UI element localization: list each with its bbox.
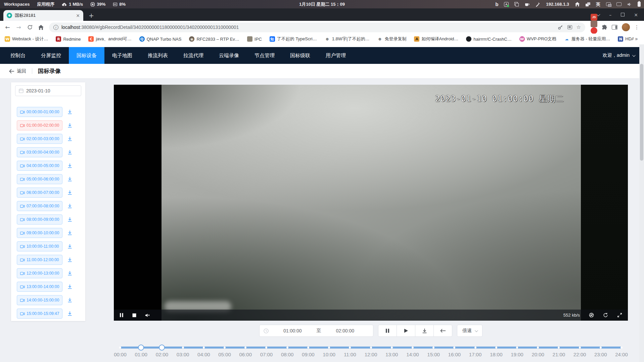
recording-segment-button[interactable]: 02:00:00-03:00:00	[17, 134, 62, 144]
clock[interactable]: 1月10日 星期二 15：09	[299, 1, 345, 7]
recording-segment-button[interactable]: 03:00:00-04:00:00	[17, 147, 62, 157]
input-method-icon[interactable]: A	[504, 2, 509, 7]
ip-address[interactable]: 192.168.1.3	[546, 2, 569, 7]
applications-menu[interactable]: 应用程序	[37, 1, 54, 7]
timeline-handle[interactable]	[138, 345, 144, 351]
user-menu[interactable]: 欢迎，admin	[603, 52, 644, 58]
nav-tab[interactable]: 云端录像	[211, 47, 247, 64]
recording-segment-button[interactable]: 14:00:00-15:00:00	[17, 295, 62, 305]
bookmark-item[interactable]: R Redmine	[56, 36, 81, 42]
download-segment-button[interactable]	[67, 136, 73, 142]
download-segment-button[interactable]	[67, 176, 73, 182]
bookmarks-overflow-icon[interactable]: »	[634, 36, 639, 42]
download-segment-button[interactable]	[67, 244, 73, 249]
bookmark-item[interactable]: W WVP-PRO文档	[519, 36, 556, 42]
end-time-value[interactable]: 02:00:00	[321, 328, 369, 333]
extension-icon[interactable]	[591, 27, 597, 34]
extensions-puzzle-icon[interactable]	[602, 25, 607, 30]
nav-tab[interactable]: 国标设备	[69, 47, 104, 64]
recording-segment-button[interactable]: 13:00:00-14:00:00	[17, 282, 62, 292]
browser-scrollbar[interactable]	[639, 44, 644, 362]
date-picker[interactable]: 2023-01-10	[15, 85, 81, 96]
bookmark-item[interactable]: hairrrrr/C-CrashC…	[466, 36, 511, 42]
home-nav-icon[interactable]	[36, 23, 46, 32]
download-segment-button[interactable]	[67, 203, 73, 209]
player-refresh-button[interactable]	[603, 313, 608, 318]
workspaces-tray-icon[interactable]	[586, 2, 590, 6]
bookmark-item[interactable]: IPC	[247, 36, 262, 42]
bing-tray-icon[interactable]: b	[495, 1, 498, 7]
network-indicator[interactable]: 1 MB/s	[62, 2, 83, 7]
nav-tab[interactable]: 拉流代理	[176, 47, 211, 64]
download-segment-button[interactable]	[67, 271, 73, 276]
extension-icon[interactable]: JS	[591, 14, 597, 21]
clipboard-icon[interactable]	[514, 2, 519, 6]
recording-segment-button[interactable]: 07:00:00-08:00:00	[17, 201, 62, 211]
speed-dropdown[interactable]: 倍速	[457, 325, 482, 337]
nav-tab[interactable]: 用户管理	[318, 47, 354, 64]
play-button[interactable]	[397, 325, 415, 337]
download-segment-button[interactable]	[67, 284, 73, 289]
bookmark-item[interactable]: ⊕ 1.8W字|了不起的…	[325, 36, 370, 42]
recording-segment-button[interactable]: 11:00:00-12:00:00	[17, 255, 62, 265]
nav-tab[interactable]: 推流列表	[140, 47, 176, 64]
time-range-picker[interactable]: 01:00:00 至 02:00:00	[259, 325, 373, 337]
browser-menu-icon[interactable]: ⋮	[634, 24, 639, 30]
seek-back-button[interactable]	[433, 325, 452, 337]
download-segment-button[interactable]	[67, 311, 73, 316]
pause-playback-button[interactable]	[378, 325, 397, 337]
bookmark-item[interactable]: ◉ RFC2833 – RTP Ev…	[189, 36, 239, 42]
nav-tab[interactable]: 控制台	[3, 47, 33, 64]
bookmark-star-icon[interactable]: ☆	[577, 24, 581, 30]
side-panel-icon[interactable]	[612, 25, 617, 30]
browser-tab[interactable]: 国标28181 ×	[3, 10, 83, 21]
share-icon[interactable]	[567, 25, 572, 29]
timeline-handle[interactable]	[159, 345, 165, 351]
bookmark-item[interactable]: A 如何编译Android…	[414, 36, 458, 42]
download-segment-button[interactable]	[67, 109, 73, 115]
download-segment-button[interactable]	[67, 297, 73, 303]
download-recording-button[interactable]	[415, 325, 434, 337]
profile-avatar[interactable]	[622, 23, 630, 31]
color-picker-icon[interactable]	[536, 2, 540, 7]
back-button[interactable]: 返回	[9, 68, 26, 74]
volume-icon[interactable]	[627, 2, 632, 6]
recording-segment-button[interactable]: 01:00:00-02:00:00	[17, 120, 62, 130]
tab-close-icon[interactable]: ×	[76, 13, 80, 18]
recording-segment-button[interactable]: 08:00:00-09:00:00	[17, 214, 62, 225]
player-pause-button[interactable]	[120, 313, 124, 317]
download-segment-button[interactable]	[67, 163, 73, 168]
workspaces-menu[interactable]: Workspaces	[4, 2, 30, 7]
recording-segment-button[interactable]: 05:00:00-06:00:00	[17, 174, 62, 184]
recording-segment-button[interactable]: 09:00:00-10:00:00	[17, 228, 62, 238]
bookmark-item[interactable]: C java、android可…	[88, 36, 131, 42]
nav-tab[interactable]: 国标级联	[282, 47, 318, 64]
player-stop-button[interactable]	[132, 313, 136, 317]
recording-segment-button[interactable]: 12:00:00-13:00:00	[17, 268, 62, 278]
snapshot-button[interactable]	[589, 313, 594, 318]
download-segment-button[interactable]	[67, 257, 73, 263]
bookmark-item[interactable]: ⊕ 免登录复制	[377, 36, 406, 42]
download-segment-button[interactable]	[67, 230, 73, 236]
recording-segment-button[interactable]: 00:00:00-01:00:00	[17, 107, 62, 117]
display-icon[interactable]	[616, 2, 622, 6]
memory-indicator[interactable]: 8%	[113, 2, 126, 7]
back-nav-icon[interactable]: ←	[3, 23, 12, 32]
bookmark-item[interactable]: ☁ 服务器 - 轻量应用…	[564, 36, 610, 42]
nav-tab[interactable]: 分屏监控	[33, 47, 69, 64]
recording-segment-button[interactable]: 06:00:00-07:00:00	[17, 188, 62, 198]
home-tray-icon[interactable]	[575, 2, 580, 6]
cpu-indicator[interactable]: 39%	[90, 2, 105, 7]
bookmark-item[interactable]: N HDAtmos :: 种子 *…	[618, 36, 633, 42]
recording-segment-button[interactable]: 15:00:00-15:09:47	[17, 309, 62, 319]
nav-tab[interactable]: 电子地图	[104, 47, 140, 64]
bookmark-item[interactable]: 知 了不起的 TypeScri…	[270, 36, 317, 42]
fullscreen-button[interactable]	[617, 313, 622, 318]
battery-icon[interactable]	[638, 2, 641, 7]
scrollbar-thumb[interactable]	[640, 64, 643, 161]
player-mute-button[interactable]	[145, 313, 150, 317]
password-key-icon[interactable]	[558, 25, 563, 30]
language-indicator[interactable]: 英	[596, 1, 600, 7]
coffee-tray-icon[interactable]	[524, 2, 530, 7]
download-segment-button[interactable]	[67, 150, 73, 155]
